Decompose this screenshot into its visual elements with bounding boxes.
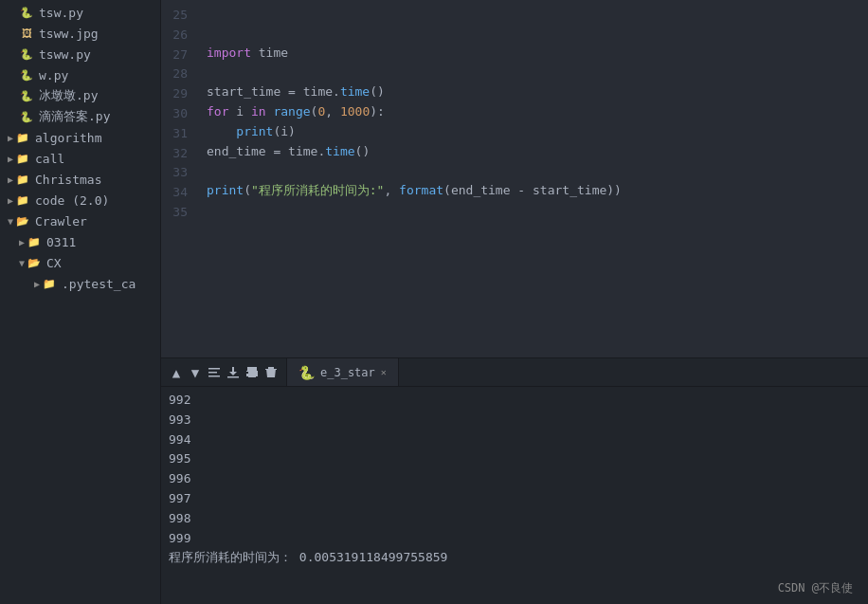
sidebar-item-algorithm[interactable]: ▶ 📁 algorithm	[0, 127, 160, 148]
code-text	[266, 102, 274, 122]
sidebar-item-label: 冰墩墩.py	[39, 87, 98, 104]
sidebar-item-call[interactable]: ▶ 📁 call	[0, 148, 160, 169]
sidebar-item-cx[interactable]: ▼ 📂 CX	[0, 252, 160, 273]
arrow-right-icon: ▶	[8, 195, 13, 206]
editor-area: 25 26 27 28 29 30 31 32 33 34 35 import …	[161, 0, 868, 604]
code-text: time.	[296, 82, 340, 102]
code-line-26	[207, 24, 868, 44]
code-line-28	[207, 63, 868, 82]
keyword-for: for	[207, 102, 228, 122]
sidebar-item-label: Crawler	[35, 214, 87, 229]
sidebar-item-christmas[interactable]: ▶ 📁 Christmas	[0, 169, 160, 190]
code-line-32: end_time = time. time ()	[207, 142, 868, 162]
output-line-995: 995	[169, 449, 860, 469]
arrow-right-icon: ▶	[8, 133, 13, 143]
line-num-33: 33	[161, 163, 188, 183]
code-text: (end_time	[443, 181, 517, 201]
output-wrapper: 992 993 994 995 996 997 998 999 程序所消耗的时间…	[161, 387, 868, 604]
code-func: time	[325, 142, 354, 162]
line-num-34: 34	[161, 183, 188, 203]
folder-open-icon: 📂	[15, 213, 30, 229]
folder-open-icon: 📂	[27, 255, 42, 270]
sidebar-item-0311[interactable]: ▶ 📁 0311	[0, 231, 160, 252]
scroll-up-button[interactable]: ▲	[169, 365, 184, 380]
sidebar-item-tsww-jpg[interactable]: 🖼 tsww.jpg	[0, 23, 160, 44]
code-func: print	[236, 122, 273, 142]
sidebar-item-label: code (2.0)	[35, 193, 109, 208]
code-line-33	[207, 161, 868, 181]
code-line-29: start_time = time. time ()	[207, 82, 868, 102]
line-num-27: 27	[161, 46, 188, 65]
sidebar-item-bingkuai-py[interactable]: 🐍 冰墩墩.py	[0, 85, 160, 106]
code-line-30: for i in range ( 0 , 1000 ):	[207, 102, 868, 122]
sidebar-item-code[interactable]: ▶ 📁 code (2.0)	[0, 190, 160, 210]
py-icon: 🐍	[19, 109, 34, 124]
code-func: format	[399, 181, 443, 201]
sidebar: 🐍 tsw.py 🖼 tsww.jpg 🐍 tsww.py 🐍 w.py 🐍 冰…	[0, 0, 161, 604]
bottom-panel: ▲ ▼	[161, 357, 868, 604]
code-op: =	[288, 82, 296, 102]
line-num-32: 32	[161, 144, 188, 164]
sidebar-item-tsw-py[interactable]: 🐍 tsw.py	[0, 2, 160, 23]
sidebar-item-label: 0311	[46, 235, 76, 249]
output-line-999: 999	[169, 529, 860, 549]
print-button[interactable]	[244, 365, 260, 380]
sidebar-item-pytest-ca[interactable]: ▶ 📁 .pytest_ca	[0, 273, 160, 294]
arrow-right-icon: ▶	[8, 154, 13, 164]
output-line-993: 993	[169, 411, 860, 430]
scroll-down-button[interactable]: ▼	[188, 365, 203, 380]
download-button[interactable]	[226, 365, 241, 380]
code-func: print	[207, 181, 244, 201]
svg-rect-4	[247, 367, 257, 371]
code-editor: 25 26 27 28 29 30 31 32 33 34 35 import …	[161, 0, 868, 357]
sidebar-item-didi-py[interactable]: 🐍 滴滴答案.py	[0, 106, 160, 127]
code-text: ,	[384, 181, 399, 201]
arrow-right-icon: ▶	[8, 174, 13, 185]
line-num-30: 30	[161, 104, 188, 124]
keyword-import: import	[207, 44, 251, 64]
code-line-34: print ( "程序所消耗的时间为:" , format (end_time …	[207, 181, 868, 201]
svg-rect-6	[246, 372, 248, 374]
sidebar-item-label: .pytest_ca	[62, 277, 136, 291]
folder-icon: 📁	[15, 130, 30, 145]
python-icon: 🐍	[298, 365, 315, 380]
code-num: 0	[317, 102, 325, 122]
clear-button[interactable]	[263, 365, 279, 380]
output-line-992: 992	[169, 391, 860, 411]
sidebar-item-w-py[interactable]: 🐍 w.py	[0, 64, 160, 85]
code-text: (	[244, 181, 251, 201]
wrap-button[interactable]	[207, 365, 222, 380]
svg-rect-1	[208, 372, 217, 374]
py-icon: 🐍	[19, 67, 34, 82]
output-line-997: 997	[169, 489, 860, 509]
file-icon: 🐍	[19, 5, 34, 20]
arrow-right-icon: ▶	[19, 237, 25, 247]
code-text	[207, 122, 236, 142]
line-num-31: 31	[161, 124, 188, 144]
code-func: time	[340, 82, 370, 102]
folder-icon: 📁	[27, 234, 42, 249]
code-text: ()	[355, 142, 371, 162]
sidebar-item-label: tsww.jpg	[39, 27, 99, 41]
output-line-result: 程序所消耗的时间为： 0.005319118499755859	[169, 548, 860, 568]
sidebar-item-crawler[interactable]: ▼ 📂 Crawler	[0, 210, 160, 231]
code-text: (	[311, 102, 318, 122]
code-text: ()	[370, 82, 385, 102]
arrow-right-icon: ▶	[34, 279, 40, 289]
output-content[interactable]: 992 993 994 995 996 997 998 999 程序所消耗的时间…	[161, 387, 868, 572]
sidebar-item-tsww-py[interactable]: 🐍 tsww.py	[0, 44, 160, 64]
py-icon: 🐍	[19, 88, 34, 103]
tab-close-button[interactable]: ✕	[381, 367, 387, 377]
code-lines[interactable]: import time start_time = time. time () f…	[199, 4, 868, 357]
line-num-26: 26	[161, 26, 188, 46]
code-text: (i)	[273, 122, 295, 142]
code-text: start_time))	[525, 181, 622, 201]
code-str: "程序所消耗的时间为:"	[251, 181, 384, 201]
code-text: start_time	[207, 82, 288, 102]
sidebar-item-label: tsww.py	[39, 47, 91, 62]
svg-rect-5	[248, 375, 256, 377]
output-tab[interactable]: 🐍 e_3_star ✕	[287, 358, 399, 386]
code-op: =	[273, 142, 280, 162]
code-text: ,	[325, 102, 340, 122]
svg-rect-3	[227, 376, 239, 378]
